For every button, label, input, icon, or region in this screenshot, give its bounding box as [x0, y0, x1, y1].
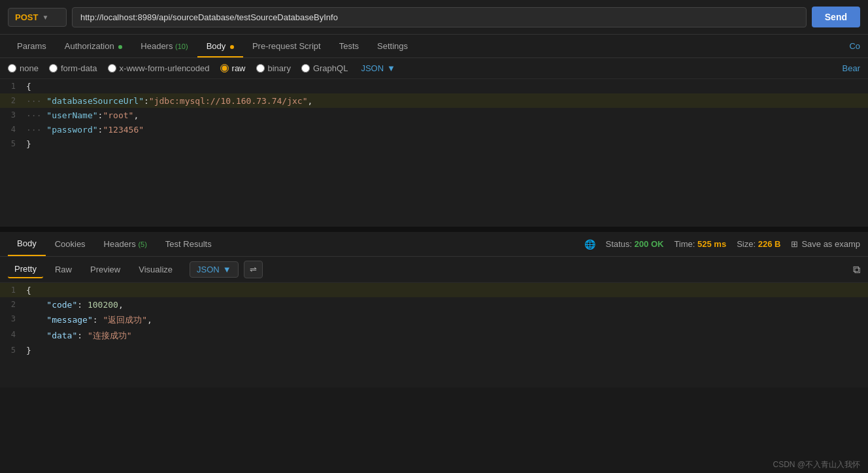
response-status: 🌐 Status: 200 OK Time: 525 ms Size: 226 …: [584, 239, 861, 250]
globe-icon: 🌐: [584, 239, 595, 250]
resp-tab-test-results[interactable]: Test Results: [156, 233, 221, 255]
resp-tab-headers[interactable]: Headers (5): [95, 233, 156, 255]
json-format-select[interactable]: JSON ▼: [361, 63, 395, 73]
save-example-button[interactable]: ⊞ Save as examp: [791, 239, 860, 249]
copy-icon: ⧉: [853, 264, 860, 275]
size-label: Size: 226 B: [737, 239, 780, 249]
tab-pre-request[interactable]: Pre-request Script: [243, 35, 330, 57]
copy-button[interactable]: ⧉: [853, 264, 860, 276]
send-button[interactable]: Send: [812, 7, 860, 27]
resp-tab-body[interactable]: Body: [8, 232, 46, 256]
status-label: Status: 200 OK: [606, 239, 664, 249]
co-link[interactable]: Co: [849, 41, 860, 51]
option-none[interactable]: none: [8, 63, 39, 73]
tab-body[interactable]: Body: [197, 35, 243, 57]
tab-raw[interactable]: Raw: [48, 261, 78, 278]
chevron-down-icon: ▼: [42, 14, 48, 21]
resp-tab-cookies[interactable]: Cookies: [46, 233, 95, 255]
tab-tests[interactable]: Tests: [330, 35, 368, 57]
req-line-1: 1 {: [0, 79, 868, 93]
body-dot: [230, 45, 234, 49]
response-tabs: Body Cookies Headers (5) Test Results 🌐 …: [0, 232, 868, 257]
response-format-select[interactable]: JSON ▼: [190, 261, 239, 278]
resp-line-3: 3 "message": "返回成功",: [0, 312, 868, 327]
chevron-down-icon: ▼: [223, 265, 231, 274]
option-urlencoded[interactable]: x-www-form-urlencoded: [108, 63, 210, 73]
resp-line-2: 2 "code": 100200,: [0, 297, 868, 312]
resp-line-4: 4 "data": "连接成功": [0, 327, 868, 343]
filter-icon-button[interactable]: ⇌: [244, 261, 263, 278]
time-label: Time: 525 ms: [674, 239, 726, 249]
req-line-3: 3 ··· "userName":"root",: [0, 108, 868, 122]
pretty-tabs: Pretty Raw Preview Visualize JSON ▼ ⇌ ⧉: [0, 257, 868, 283]
url-input[interactable]: [72, 7, 807, 27]
tab-visualize[interactable]: Visualize: [132, 261, 179, 278]
method-label: POST: [15, 12, 38, 22]
footer: CSDN @不入青山入我怀: [765, 457, 868, 473]
request-tabs: Params Authorization Headers (10) Body P…: [0, 35, 868, 58]
option-binary[interactable]: binary: [256, 63, 291, 73]
bear-link[interactable]: Bear: [843, 63, 860, 73]
tab-params[interactable]: Params: [8, 35, 56, 57]
req-line-2: 2 ··· "databaseSourceUrl":"jdbc:mysql://…: [0, 93, 868, 108]
auth-dot: [118, 45, 122, 49]
url-bar: POST ▼ Send: [0, 0, 868, 35]
response-code-editor: 1 { 2 "code": 100200, 3 "message": "返回成功…: [0, 283, 868, 387]
tab-headers[interactable]: Headers (10): [131, 35, 197, 57]
option-form-data[interactable]: form-data: [49, 63, 97, 73]
save-icon: ⊞: [791, 239, 798, 249]
tab-preview[interactable]: Preview: [84, 261, 127, 278]
resp-line-1: 1 {: [0, 283, 868, 297]
req-line-4: 4 ··· "password":"123456": [0, 122, 868, 137]
option-raw[interactable]: raw: [220, 63, 246, 73]
tab-authorization[interactable]: Authorization: [56, 35, 132, 57]
chevron-down-icon: ▼: [387, 63, 395, 73]
req-line-5: 5 }: [0, 137, 868, 151]
tab-pretty[interactable]: Pretty: [8, 261, 43, 278]
method-select[interactable]: POST ▼: [8, 8, 67, 27]
request-code-editor[interactable]: 1 { 2 ··· "databaseSourceUrl":"jdbc:mysq…: [0, 79, 868, 229]
resp-line-5: 5 }: [0, 343, 868, 357]
body-options: none form-data x-www-form-urlencoded raw…: [0, 58, 868, 79]
tab-settings[interactable]: Settings: [368, 35, 417, 57]
option-graphql[interactable]: GraphQL: [301, 63, 348, 73]
filter-icon: ⇌: [250, 265, 257, 274]
